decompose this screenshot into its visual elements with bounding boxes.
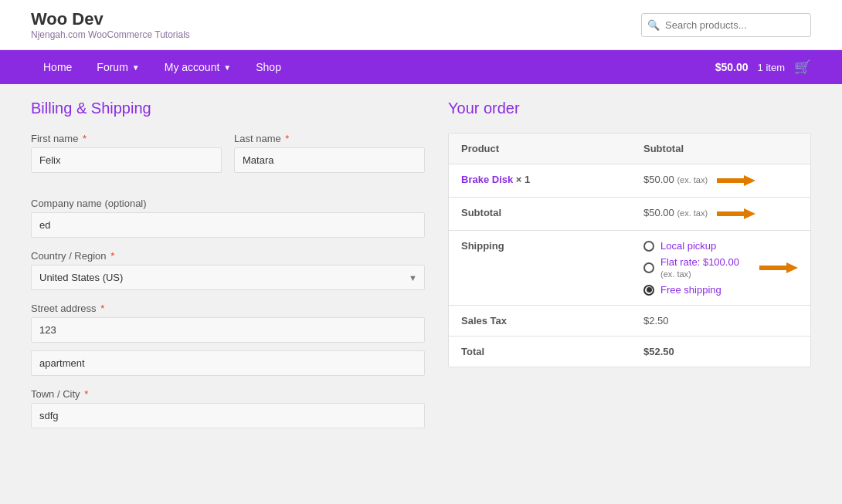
order-subtotal-row: Subtotal $50.00 (ex. tax) bbox=[449, 198, 810, 231]
order-subtotal-label: Subtotal bbox=[461, 207, 643, 218]
order-product-row: Brake Disk × 1 $50.00 (ex. tax) bbox=[449, 164, 810, 198]
arrow-product bbox=[717, 174, 755, 188]
nav-links: Home Forum ▼ My account ▼ Shop bbox=[31, 50, 294, 84]
order-tax-row: Sales Tax $2.50 bbox=[449, 306, 810, 337]
last-name-input[interactable] bbox=[234, 147, 425, 173]
billing-section-title: Billing & Shipping bbox=[31, 100, 425, 117]
street-label: Street address * bbox=[31, 303, 425, 314]
town-input[interactable] bbox=[31, 403, 425, 428]
svg-marker-2 bbox=[759, 262, 798, 273]
svg-marker-1 bbox=[717, 208, 755, 219]
billing-shipping-section: Billing & Shipping First name * Last nam… bbox=[31, 100, 425, 441]
radio-free-inner bbox=[647, 287, 652, 293]
last-name-required: * bbox=[285, 133, 289, 144]
order-total-row: Total $52.50 bbox=[449, 337, 810, 367]
order-product-price: $50.00 (ex. tax) bbox=[643, 174, 798, 188]
product-qty: × 1 bbox=[516, 174, 530, 185]
site-tagline: Njengah.com WooCommerce Tutorials bbox=[31, 29, 190, 40]
company-label: Company name (optional) bbox=[31, 198, 425, 209]
cart-area: $50.00 1 item 🛒 bbox=[715, 59, 811, 76]
flat-ex-tax: (ex. tax) bbox=[660, 269, 691, 279]
nav-item-myaccount[interactable]: My account ▼ bbox=[152, 50, 244, 84]
order-tax-value: $2.50 bbox=[643, 315, 798, 326]
order-total-label: Total bbox=[461, 346, 643, 357]
main-content: Billing & Shipping First name * Last nam… bbox=[0, 84, 842, 472]
forum-dropdown-icon: ▼ bbox=[132, 63, 140, 72]
main-nav: Home Forum ▼ My account ▼ Shop $50.00 1 … bbox=[0, 50, 842, 84]
last-name-group: Last name * bbox=[234, 133, 425, 173]
shipping-option-free: Free shipping bbox=[643, 284, 798, 296]
country-select[interactable]: United States (US) bbox=[31, 265, 425, 290]
cart-icon[interactable]: 🛒 bbox=[794, 59, 811, 76]
company-group: Company name (optional) bbox=[31, 198, 425, 238]
order-shipping-label: Shipping bbox=[461, 240, 643, 252]
cart-count: 1 item bbox=[758, 62, 785, 73]
subtotal-price: $50.00 bbox=[643, 207, 674, 218]
order-subtotal-value: $50.00 (ex. tax) bbox=[643, 207, 798, 221]
col-subtotal-header: Subtotal bbox=[643, 143, 798, 154]
site-branding: Woo Dev Njengah.com WooCommerce Tutorial… bbox=[31, 9, 190, 40]
country-required: * bbox=[110, 250, 114, 262]
shipping-flat-label: Flat rate: $100.00 (ex. tax) bbox=[660, 256, 747, 279]
company-input[interactable] bbox=[31, 212, 425, 238]
order-tax-label: Sales Tax bbox=[461, 315, 643, 326]
radio-local[interactable] bbox=[643, 241, 654, 252]
shipping-options: Local pickup Flat rate: $100.00 (ex. tax… bbox=[643, 240, 798, 296]
first-name-input[interactable] bbox=[31, 147, 222, 173]
radio-flat[interactable] bbox=[643, 262, 654, 273]
last-name-label: Last name * bbox=[234, 133, 425, 144]
order-shipping-row: Shipping Local pickup Flat rate: $100.00 bbox=[449, 231, 810, 306]
nav-item-home[interactable]: Home bbox=[31, 50, 84, 84]
order-section: Your order Product Subtotal Brake Disk ×… bbox=[448, 100, 811, 441]
search-wrapper: 🔍 bbox=[641, 13, 811, 37]
col-product-header: Product bbox=[461, 143, 643, 154]
order-section-title: Your order bbox=[448, 100, 811, 117]
site-header: Woo Dev Njengah.com WooCommerce Tutorial… bbox=[0, 0, 842, 50]
shipping-local-label: Local pickup bbox=[660, 240, 716, 252]
order-product-name-wrap: Brake Disk × 1 bbox=[461, 174, 643, 185]
first-name-group: First name * bbox=[31, 133, 222, 173]
nav-item-forum[interactable]: Forum ▼ bbox=[84, 50, 151, 84]
country-select-wrap: United States (US) ▼ bbox=[31, 265, 425, 290]
name-row: First name * Last name * bbox=[31, 133, 425, 185]
product-price: $50.00 bbox=[643, 174, 674, 185]
product-ex-tax: (ex. tax) bbox=[677, 175, 708, 184]
myaccount-dropdown-icon: ▼ bbox=[223, 63, 231, 72]
street-input[interactable] bbox=[31, 317, 425, 343]
first-name-label: First name * bbox=[31, 133, 222, 144]
country-group: Country / Region * United States (US) ▼ bbox=[31, 250, 425, 290]
town-group: Town / City * bbox=[31, 388, 425, 428]
radio-free[interactable] bbox=[643, 285, 654, 296]
shipping-option-local: Local pickup bbox=[643, 240, 798, 252]
nav-item-shop[interactable]: Shop bbox=[243, 50, 294, 84]
order-table-header: Product Subtotal bbox=[449, 134, 810, 164]
order-shipping-value: Local pickup Flat rate: $100.00 (ex. tax… bbox=[643, 240, 798, 296]
site-title: Woo Dev bbox=[31, 9, 190, 29]
order-table: Product Subtotal Brake Disk × 1 $50.00 (… bbox=[448, 133, 811, 367]
search-icon: 🔍 bbox=[647, 19, 660, 31]
street-group: Street address * bbox=[31, 303, 425, 376]
svg-marker-0 bbox=[717, 175, 755, 186]
town-required: * bbox=[84, 388, 88, 400]
cart-total: $50.00 bbox=[715, 61, 749, 73]
town-label: Town / City * bbox=[31, 388, 425, 400]
order-total-value: $52.50 bbox=[643, 346, 798, 357]
street-required: * bbox=[100, 303, 104, 314]
product-name: Brake Disk bbox=[461, 174, 513, 185]
subtotal-ex-tax: (ex. tax) bbox=[677, 208, 708, 218]
shipping-option-flat: Flat rate: $100.00 (ex. tax) bbox=[643, 256, 798, 279]
search-input[interactable] bbox=[641, 13, 811, 37]
arrow-flat-rate bbox=[759, 261, 798, 275]
country-label: Country / Region * bbox=[31, 250, 425, 262]
shipping-free-label: Free shipping bbox=[660, 284, 721, 296]
arrow-subtotal bbox=[717, 207, 755, 221]
apartment-input[interactable] bbox=[31, 350, 425, 376]
first-name-required: * bbox=[83, 133, 87, 144]
